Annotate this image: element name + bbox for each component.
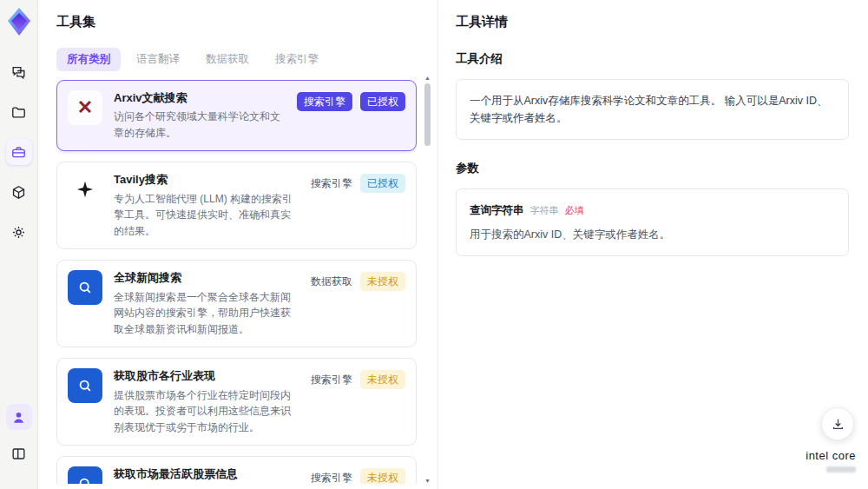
param-row: 查询字符串字符串必填用于搜索的Arxiv ID、关键字或作者姓名。 [470, 202, 835, 243]
tool-list-panel: 工具集 所有类别语言翻译数据获取搜索引擎 ✕ Arxiv文献搜索 访问各个研究领… [38, 0, 437, 489]
tool-card[interactable]: Tavily搜索 专为人工智能代理 (LLM) 构建的搜索引擎工具。可快速提供实… [56, 162, 417, 249]
news-search-blue-icon [68, 368, 102, 403]
app-logo-icon[interactable] [6, 7, 32, 36]
params-heading: 参数 [456, 161, 849, 176]
tool-description: 访问各个研究领域大量科学论文和文章的存储库。 [114, 109, 286, 141]
tool-name: 全球新闻搜索 [114, 270, 299, 286]
news-search-blue-icon [68, 466, 102, 484]
arxiv-x-icon: ✕ [68, 90, 102, 125]
tool-detail-panel: 工具详情 工具介绍 一个用于从Arxiv存储库搜索科学论文和文章的工具。 输入可… [437, 0, 868, 489]
tool-category-badge: 数据获取 [311, 272, 352, 291]
tool-description: 全球新闻搜索是一个聚合全球各大新闻网站内容的搜索引擎，帮助用户快速获取全球最新资… [114, 289, 299, 338]
tool-description: 专为人工智能代理 (LLM) 构建的搜索引擎工具。可快速提供实时、准确和真实的结… [114, 191, 299, 240]
tool-name: 获取市场最活跃股票信息 [114, 466, 299, 482]
param-name: 查询字符串 [470, 202, 524, 219]
tool-auth-badge: 未授权 [360, 272, 405, 291]
tab-4[interactable]: 搜索引擎 [265, 48, 329, 71]
download-icon [831, 417, 845, 432]
brand-sub-mark [826, 466, 856, 472]
detail-title: 工具详情 [456, 14, 849, 30]
tool-auth-badge: 已授权 [360, 174, 405, 193]
user-icon[interactable] [6, 404, 32, 430]
brand-mark: intel core [806, 449, 856, 475]
param-type: 字符串 [530, 203, 559, 219]
tab-3[interactable]: 数据获取 [195, 48, 260, 71]
scroll-down-icon[interactable]: ▼ [424, 478, 431, 484]
page-title: 工具集 [56, 14, 417, 30]
tab-2[interactable]: 语言翻译 [126, 48, 190, 71]
tool-card[interactable]: ✕ Arxiv文献搜索 访问各个研究领域大量科学论文和文章的存储库。 搜索引擎 … [56, 80, 417, 151]
news-search-blue-icon [68, 270, 102, 305]
sidebar-rail [0, 0, 38, 489]
tab-1[interactable]: 所有类别 [56, 48, 121, 71]
tool-category-badge: 搜索引擎 [311, 370, 352, 389]
tool-category-badge: 搜索引擎 [311, 468, 352, 484]
tool-card[interactable]: 获取市场最活跃股票信息 提供当天交易量最高的股票列表，投资者可以利用这些信息来识… [56, 456, 417, 484]
tool-category-badge: 搜索引擎 [311, 174, 352, 193]
briefcase-icon[interactable] [6, 139, 32, 165]
param-required-badge: 必填 [565, 203, 584, 219]
tool-card[interactable]: 全球新闻搜索 全球新闻搜索是一个聚合全球各大新闻网站内容的搜索引擎，帮助用户快速… [56, 260, 417, 347]
tool-card[interactable]: 获取股市各行业表现 提供股票市场各个行业在特定时间段内的表现。投资者可以利用这些… [56, 358, 417, 446]
brand-logo-text: intel core [806, 449, 856, 462]
sparkle-icon [68, 172, 102, 207]
tool-name: 获取股市各行业表现 [114, 368, 299, 384]
tool-name: Tavily搜索 [114, 172, 299, 188]
tool-auth-badge: 未授权 [360, 370, 405, 389]
folder-icon[interactable] [6, 99, 32, 125]
download-button[interactable] [821, 407, 854, 440]
intro-heading: 工具介绍 [456, 51, 849, 67]
tool-auth-badge: 未授权 [360, 468, 405, 484]
gear-icon[interactable] [6, 219, 32, 245]
tool-auth-badge: 已授权 [360, 92, 405, 111]
params-box: 查询字符串字符串必填用于搜索的Arxiv ID、关键字或作者姓名。 [456, 188, 849, 256]
cube-icon[interactable] [6, 179, 32, 205]
scroll-up-icon[interactable]: ▲ [424, 75, 431, 81]
chat-icon[interactable] [6, 59, 32, 85]
tool-category-badge: 搜索引擎 [297, 92, 352, 111]
app-window: 工具集 所有类别语言翻译数据获取搜索引擎 ✕ Arxiv文献搜索 访问各个研究领… [0, 0, 868, 489]
scrollbar-thumb[interactable] [424, 83, 431, 146]
tool-intro-box: 一个用于从Arxiv存储库搜索科学论文和文章的工具。 输入可以是Arxiv ID… [456, 79, 849, 140]
tool-name: Arxiv文献搜索 [114, 90, 286, 106]
tool-description: 提供股票市场各个行业在特定时间段内的表现。投资者可以利用这些信息来识别表现优于或… [114, 387, 299, 436]
param-description: 用于搜索的Arxiv ID、关键字或作者姓名。 [470, 226, 835, 243]
panel-icon[interactable] [6, 440, 32, 466]
category-tabs: 所有类别语言翻译数据获取搜索引擎 [56, 48, 417, 71]
tool-list: ✕ Arxiv文献搜索 访问各个研究领域大量科学论文和文章的存储库。 搜索引擎 … [56, 80, 417, 484]
list-scrollbar[interactable]: ▲ ▼ [424, 75, 431, 486]
